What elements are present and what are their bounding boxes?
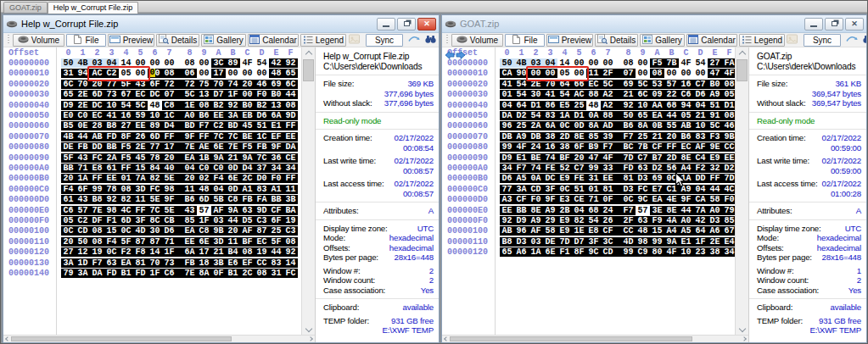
hex-byte[interactable]: 63: [240, 206, 255, 215]
hex-byte[interactable]: 92: [621, 101, 636, 110]
hex-byte[interactable]: BB: [269, 195, 283, 204]
hex-byte[interactable]: 7B: [636, 142, 650, 152]
hex-byte[interactable]: 9E: [708, 142, 722, 152]
hex-byte[interactable]: 72: [182, 80, 197, 89]
hex-byte[interactable]: A0: [182, 111, 197, 120]
hex-byte[interactable]: 11: [226, 237, 240, 247]
hex-byte[interactable]: 1A: [76, 174, 90, 183]
hex-byte[interactable]: F7: [90, 258, 104, 268]
hex-byte[interactable]: B5: [61, 121, 76, 130]
hex-byte[interactable]: 00: [162, 58, 182, 68]
hex-byte[interactable]: D1: [722, 101, 735, 110]
hex-byte[interactable]: FB: [76, 142, 90, 152]
hex-byte[interactable]: B6: [679, 132, 693, 141]
hex-byte[interactable]: 44: [664, 111, 679, 120]
hex-byte[interactable]: 34: [500, 164, 514, 173]
hex-byte[interactable]: 02: [197, 174, 211, 183]
hex-byte[interactable]: 01: [119, 174, 133, 183]
hex-byte[interactable]: 20: [182, 174, 197, 183]
hex-byte[interactable]: 1B: [197, 153, 211, 163]
hex-byte[interactable]: 9C: [586, 247, 601, 257]
hex-byte[interactable]: 88: [601, 111, 621, 120]
hex-byte[interactable]: EE: [133, 121, 148, 130]
hex-byte[interactable]: E6: [226, 258, 240, 268]
hex-byte[interactable]: 38: [557, 142, 572, 152]
hex-byte[interactable]: B0: [269, 90, 283, 99]
hex-byte[interactable]: C7: [693, 80, 708, 89]
hex-byte[interactable]: 2D: [557, 132, 572, 141]
hex-byte[interactable]: DE: [543, 237, 557, 247]
hex-byte[interactable]: 5E: [162, 206, 182, 215]
hex-byte[interactable]: F4: [61, 185, 76, 194]
hex-byte[interactable]: 30: [529, 90, 543, 99]
hex-byte[interactable]: 0F: [601, 195, 621, 204]
hex-byte[interactable]: FF: [90, 174, 104, 183]
hex-byte[interactable]: D7: [211, 90, 226, 99]
hex-byte[interactable]: 12: [76, 247, 90, 257]
hex-byte[interactable]: 20: [572, 153, 586, 163]
hex-byte[interactable]: 03: [211, 216, 226, 225]
hex-byte[interactable]: 41: [500, 80, 514, 89]
hex-byte[interactable]: D2: [514, 111, 529, 120]
hex-byte[interactable]: 08: [182, 58, 197, 68]
hex-byte[interactable]: CC: [722, 142, 735, 152]
hex-byte[interactable]: 4F: [240, 58, 255, 68]
hex-byte[interactable]: 71: [586, 195, 601, 204]
hex-byte[interactable]: 08: [197, 101, 211, 110]
hex-byte[interactable]: FD: [621, 164, 636, 173]
hex-byte[interactable]: 08: [90, 237, 104, 247]
hex-byte[interactable]: F4: [211, 174, 226, 183]
hex-byte[interactable]: 3D: [211, 237, 226, 247]
hex-byte[interactable]: 87: [133, 237, 148, 247]
hex-byte[interactable]: EC: [255, 237, 269, 247]
hex-byte[interactable]: BB: [514, 206, 529, 215]
hex-byte[interactable]: E1: [679, 237, 693, 247]
hex-byte[interactable]: 70: [211, 80, 226, 89]
hex-byte[interactable]: 1C: [162, 111, 182, 120]
calendar-button[interactable]: Calendar: [248, 34, 299, 47]
hex-byte[interactable]: 2C: [240, 174, 255, 183]
hex-byte[interactable]: 0D: [572, 121, 586, 130]
hex-byte[interactable]: 54: [514, 90, 529, 99]
hex-byte[interactable]: 5B: [211, 195, 226, 204]
close-button[interactable]: ✕: [845, 18, 864, 31]
hex-byte[interactable]: 6F: [269, 216, 283, 225]
hex-byte[interactable]: 4C: [722, 185, 735, 194]
hex-byte[interactable]: 4D: [621, 237, 636, 247]
hex-byte[interactable]: DC: [148, 90, 162, 99]
hex-byte[interactable]: 45: [133, 153, 148, 163]
hex-byte[interactable]: 6A: [269, 111, 283, 120]
hex-byte[interactable]: 19: [255, 247, 269, 257]
restore-button[interactable]: [825, 18, 843, 31]
hex-byte[interactable]: EC: [133, 90, 148, 99]
hex-byte[interactable]: 00: [226, 69, 240, 78]
hex-byte[interactable]: 9F: [162, 195, 182, 204]
hex-byte[interactable]: F7: [621, 206, 636, 215]
hex-byte[interactable]: E4: [722, 237, 735, 247]
hex-byte[interactable]: 1F: [693, 237, 708, 247]
hex-byte[interactable]: D6: [255, 111, 269, 120]
hex-byte[interactable]: 06: [182, 69, 197, 78]
hex-byte[interactable]: 0A: [529, 174, 543, 183]
hex-byte[interactable]: 8A: [197, 269, 211, 278]
hex-byte[interactable]: 42: [269, 58, 283, 68]
hex-byte[interactable]: 57: [197, 206, 211, 215]
hex-byte[interactable]: AC: [572, 90, 586, 99]
signature-swoosh-icon[interactable]: [845, 33, 860, 47]
hex-byte[interactable]: 83: [255, 185, 269, 194]
window-titlebar[interactable]: Help w_Corrupt File.zip✕: [3, 15, 439, 33]
hex-byte[interactable]: FF: [664, 142, 679, 152]
hex-byte[interactable]: 63: [104, 258, 119, 268]
hex-byte[interactable]: 41: [543, 90, 557, 99]
hex-byte[interactable]: 44: [76, 132, 90, 141]
hex-byte[interactable]: EA: [650, 195, 664, 204]
hex-byte[interactable]: 99: [500, 142, 514, 152]
hex-byte[interactable]: 51: [572, 185, 586, 194]
hex-byte[interactable]: 17: [211, 69, 226, 78]
hex-byte[interactable]: A6: [514, 247, 529, 257]
hex-byte[interactable]: 48: [269, 69, 283, 78]
hex-byte[interactable]: 2A: [104, 153, 119, 163]
hex-byte[interactable]: 01: [500, 90, 514, 99]
hex-byte[interactable]: EB: [240, 111, 255, 120]
hex-byte[interactable]: 08: [722, 80, 735, 89]
